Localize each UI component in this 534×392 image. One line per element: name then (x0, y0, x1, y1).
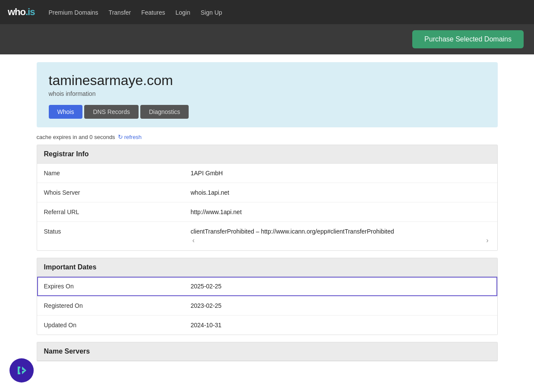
main-content: taminesarmaye.com whois information Whoi… (30, 62, 505, 361)
row-label-referral-url: Referral URL (37, 202, 184, 221)
action-bar: Purchase Selected Domains (0, 24, 534, 54)
row-value-whois-server: whois.1api.net (184, 183, 497, 202)
table-row-registered: Registered On 2023-02-25 (37, 296, 497, 316)
nav-link-signup[interactable]: Sign Up (201, 9, 222, 16)
refresh-label: refresh (124, 134, 142, 140)
name-servers-section: Name Servers (37, 342, 498, 361)
logo[interactable]: who.is (8, 6, 35, 18)
row-value-name: 1API GmbH (184, 164, 497, 183)
row-label-registered-on: Registered On (37, 296, 184, 315)
tab-diagnostics[interactable]: Diagnostics (140, 105, 189, 119)
row-label-name: Name (37, 164, 184, 183)
tab-dns-records[interactable]: DNS Records (84, 105, 139, 119)
name-servers-header: Name Servers (37, 342, 497, 361)
navbar: who.is Premium Domains Transfer Features… (0, 0, 534, 24)
cache-text: cache expires in and 0 seconds (37, 134, 115, 140)
tab-whois[interactable]: Whois (49, 105, 83, 119)
nav-link-transfer[interactable]: Transfer (109, 9, 131, 16)
table-row: Status clientTransferProhibited – http:/… (37, 222, 497, 250)
scroll-left-arrow[interactable]: ‹ (191, 237, 196, 244)
scroll-right-arrow[interactable]: › (484, 237, 490, 244)
registrar-info-section: Registrar Info Name 1API GmbH Whois Serv… (37, 145, 498, 251)
avatar-icon (13, 362, 30, 379)
purchase-selected-domains-button[interactable]: Purchase Selected Domains (412, 30, 524, 48)
row-label-expires-on: Expires On (37, 277, 184, 296)
status-value-text: clientTransferProhibited – http://www.ic… (191, 228, 490, 235)
refresh-icon: ↻ (118, 133, 123, 140)
domain-subtitle: whois information (49, 90, 486, 97)
row-label-whois-server: Whois Server (37, 183, 184, 202)
table-row-updated: Updated On 2024-10-31 (37, 316, 497, 335)
table-row: Whois Server whois.1api.net (37, 183, 497, 202)
important-dates-section: Important Dates Expires On 2025-02-25 Re… (37, 258, 498, 335)
refresh-link[interactable]: ↻ refresh (118, 133, 142, 140)
nav-link-premium-domains[interactable]: Premium Domains (48, 9, 98, 16)
important-dates-header: Important Dates (37, 258, 497, 277)
row-value-expires-on: 2025-02-25 (184, 277, 497, 296)
svg-rect-0 (15, 364, 28, 377)
avatar-inner (9, 358, 34, 379)
domain-header: taminesarmaye.com whois information Whoi… (37, 62, 498, 127)
row-value-registered-on: 2023-02-25 (184, 296, 497, 315)
row-value-updated-on: 2024-10-31 (184, 316, 497, 335)
nav-link-features[interactable]: Features (141, 9, 165, 16)
domain-title: taminesarmaye.com (49, 73, 486, 89)
row-label-status: Status (37, 222, 184, 250)
table-row: Name 1API GmbH (37, 164, 497, 183)
registrar-info-header: Registrar Info (37, 145, 497, 164)
table-row: Referral URL http://www.1api.net (37, 202, 497, 222)
tab-group: Whois DNS Records Diagnostics (49, 105, 486, 119)
row-label-updated-on: Updated On (37, 316, 184, 335)
avatar[interactable] (9, 358, 34, 379)
cache-info: cache expires in and 0 seconds ↻ refresh (37, 133, 498, 140)
nav-link-login[interactable]: Login (175, 9, 190, 16)
nav-links: Premium Domains Transfer Features Login … (48, 9, 222, 16)
row-value-referral-url: http://www.1api.net (184, 202, 497, 221)
row-value-status: clientTransferProhibited – http://www.ic… (184, 222, 497, 250)
table-row-expires: Expires On 2025-02-25 (37, 277, 497, 296)
